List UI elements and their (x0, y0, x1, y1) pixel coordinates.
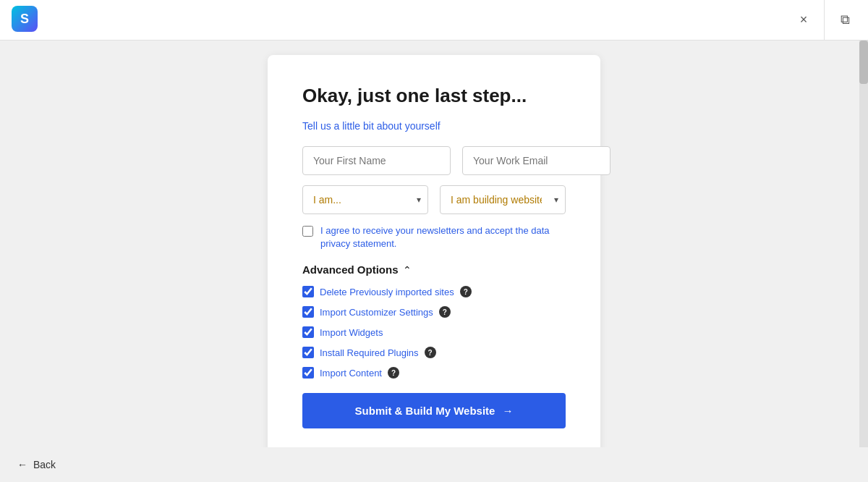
option-label-2[interactable]: Import Widgets (320, 327, 383, 338)
option-row-4: Import Content ? (302, 367, 566, 379)
newsletter-row: I agree to receive your newsletters and … (302, 224, 566, 250)
name-email-row (302, 146, 566, 175)
submit-button[interactable]: Submit & Build My Website → (302, 393, 566, 428)
option-row-3: Install Required Plugins ? (302, 347, 566, 358)
vertical-divider (824, 0, 825, 41)
card-title: Okay, just one last step... (302, 84, 566, 109)
form-card: Okay, just one last step... Tell us a li… (268, 55, 600, 447)
role-select-wrapper: I am... Developer Designer Marketer ▾ (302, 185, 428, 214)
option-label-0[interactable]: Delete Previously imported sites (320, 287, 454, 297)
role-select[interactable]: I am... Developer Designer Marketer (302, 185, 428, 214)
main-content: Okay, just one last step... Tell us a li… (0, 41, 868, 447)
purpose-select[interactable]: I am building website for... A client My… (440, 185, 566, 214)
submit-label: Submit & Build My Website (355, 405, 495, 417)
bottom-bar: ← Back (0, 447, 868, 482)
option-checkbox-2[interactable] (302, 326, 314, 338)
first-name-input[interactable] (302, 146, 451, 175)
newsletter-checkbox[interactable] (302, 226, 313, 237)
option-checkbox-1[interactable] (302, 306, 314, 318)
logo: S (12, 6, 38, 35)
help-icon-1[interactable]: ? (439, 306, 451, 318)
close-button[interactable]: × (792, 9, 815, 32)
help-icon-3[interactable]: ? (425, 347, 436, 358)
top-bar: S × ⧉ (0, 0, 868, 41)
work-email-input[interactable] (462, 146, 610, 175)
advanced-options-label: Advanced Options (302, 263, 399, 276)
option-row-0: Delete Previously imported sites ? (302, 286, 566, 297)
option-checkbox-3[interactable] (302, 347, 314, 358)
card-subtitle: Tell us a little bit about yourself (302, 120, 566, 132)
external-link-button[interactable]: ⧉ (833, 9, 856, 32)
scrollbar[interactable] (859, 41, 868, 447)
option-label-4[interactable]: Import Content (320, 368, 382, 379)
svg-text:S: S (20, 12, 29, 26)
chevron-up-icon: ⌃ (403, 264, 412, 276)
option-label-3[interactable]: Install Required Plugins (320, 347, 419, 358)
advanced-options-toggle[interactable]: Advanced Options ⌃ (302, 263, 566, 276)
submit-arrow: → (502, 405, 513, 417)
help-icon-4[interactable]: ? (388, 367, 399, 379)
option-row-2: Import Widgets (302, 326, 566, 338)
help-icon-0[interactable]: ? (460, 286, 472, 297)
options-list: Delete Previously imported sites ? Impor… (302, 286, 566, 379)
option-row-1: Import Customizer Settings ? (302, 306, 566, 318)
back-label: Back (33, 459, 56, 470)
back-arrow-icon: ← (17, 459, 27, 470)
role-purpose-row: I am... Developer Designer Marketer ▾ I … (302, 185, 566, 214)
option-checkbox-0[interactable] (302, 286, 314, 297)
purpose-select-wrapper: I am building website for... A client My… (440, 185, 566, 214)
top-bar-actions: × ⧉ (792, 0, 856, 41)
scrollbar-thumb[interactable] (859, 41, 868, 84)
newsletter-label[interactable]: I agree to receive your newsletters and … (320, 224, 566, 250)
back-button[interactable]: ← Back (17, 459, 56, 470)
option-checkbox-4[interactable] (302, 367, 314, 379)
option-label-1[interactable]: Import Customizer Settings (320, 307, 433, 318)
